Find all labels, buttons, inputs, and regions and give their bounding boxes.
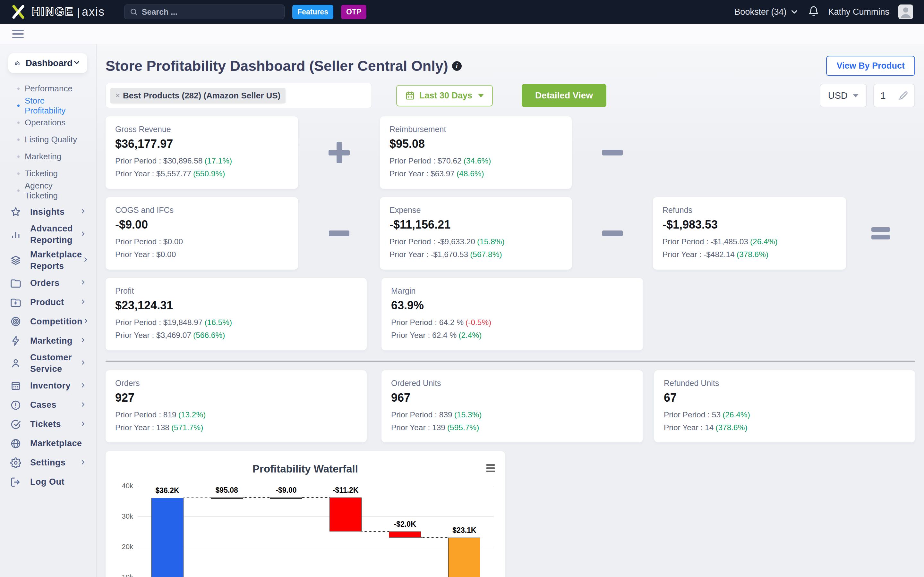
currency-select[interactable]: USD — [820, 84, 867, 107]
minus-icon — [602, 230, 623, 236]
chevron-right-icon — [79, 459, 86, 467]
bullet-icon — [17, 105, 19, 107]
waterfall-bar-profit[interactable] — [448, 538, 480, 577]
sidebar-item-marketing[interactable]: Marketing — [8, 331, 87, 350]
waterfall-connector — [243, 497, 270, 498]
brand-wordmark: HINGE | axis — [31, 5, 105, 19]
minus-operator — [572, 116, 653, 189]
sidebar-item-settings[interactable]: Settings — [8, 453, 87, 472]
store-selector[interactable]: Bookster (34) — [734, 7, 799, 17]
brand-secondary: axis — [82, 5, 105, 19]
sidebar-item-listing-quality[interactable]: Listing Quality — [8, 131, 87, 148]
minus-icon — [602, 150, 623, 155]
sidebar-item-marketplace-reports[interactable]: Marketplace Reports — [8, 247, 87, 274]
view-by-product-button[interactable]: View By Product — [826, 56, 915, 76]
multiplier-field[interactable]: 1 — [873, 84, 915, 107]
check-circle-icon — [10, 419, 23, 430]
sidebar-toggle-menu-icon[interactable] — [12, 30, 24, 38]
gridline — [137, 516, 494, 517]
waterfall-bar-revenue[interactable] — [152, 498, 184, 577]
sidebar-item-ticketing[interactable]: Ticketing — [8, 165, 87, 182]
globe-icon — [10, 438, 23, 449]
info-icon[interactable]: i — [452, 61, 462, 71]
waterfall-bar-expense[interactable] — [330, 498, 362, 532]
waterfall-bar-reimbursement[interactable] — [211, 498, 243, 499]
y-tick-label: 10k — [122, 573, 133, 577]
chevron-right-icon — [79, 279, 86, 287]
notifications-button[interactable] — [808, 6, 819, 18]
minus-icon — [329, 230, 349, 236]
minus-operator — [298, 197, 380, 269]
sidebar-item-operations[interactable]: Operations — [8, 114, 87, 131]
content: Dashboard Performance Store Profitabilit… — [0, 44, 924, 577]
detailed-view-button[interactable]: Detailed View — [522, 84, 606, 107]
features-badge[interactable]: Features — [292, 5, 333, 19]
metric-card-refunds: Refunds -$1,983.53 Prior Period : -$1,48… — [653, 197, 846, 269]
topbar-right: Bookster (34) Kathy Cummins — [734, 5, 913, 19]
metric-card-profit: Profit $23,124.31 Prior Period : $19,848… — [105, 278, 367, 350]
page-title: Store Profitability Dashboard (Seller Ce… — [105, 58, 448, 74]
metric-card-gross-revenue: Gross Revenue $36,177.97 Prior Period : … — [105, 116, 298, 189]
waterfall-connector — [302, 497, 330, 498]
chart-context-menu-icon[interactable] — [486, 464, 495, 472]
metric-card-ordered-units: Ordered Units 967 Prior Period : 839(15.… — [381, 370, 643, 443]
otp-badge[interactable]: OTP — [341, 5, 367, 19]
sidebar-item-log-out[interactable]: Log Out — [8, 472, 87, 492]
sidebar-item-store-profitability[interactable]: Store Profitability — [8, 97, 87, 114]
bullet-icon — [17, 87, 19, 90]
chevron-right-icon — [79, 208, 86, 216]
sidebar-item-agency-ticketing[interactable]: Agency Ticketing — [8, 182, 87, 199]
minus-operator — [572, 197, 653, 269]
bar-data-label: -$2.0K — [375, 520, 435, 529]
section-divider — [105, 361, 915, 362]
chart-y-axis: 40k30k20k10k0 — [115, 486, 133, 577]
sidebar-item-orders[interactable]: Orders — [8, 274, 87, 293]
waterfall-connector — [184, 498, 211, 498]
currency-label: USD — [828, 90, 848, 101]
sidebar-item-marketplace[interactable]: Marketplace — [8, 434, 87, 453]
sidebar-item-cases[interactable]: Cases — [8, 396, 87, 415]
y-tick-label: 30k — [122, 512, 133, 521]
calendar-icon — [405, 91, 415, 100]
metric-card-expense: Expense -$11,156.21 Prior Period : -$9,6… — [380, 197, 572, 269]
plus-operator — [298, 116, 380, 189]
sidebar-item-advanced-reporting[interactable]: Advanced Reporting — [8, 221, 87, 247]
sidebar-item-customer-service[interactable]: Customer Service — [8, 350, 87, 376]
date-range-button[interactable]: Last 30 Days — [396, 85, 493, 106]
chip-remove-icon[interactable]: × — [115, 91, 120, 100]
sidebar-item-dashboard[interactable]: Dashboard — [8, 53, 87, 73]
chevron-down-icon — [790, 7, 799, 17]
sidebar-item-performance[interactable]: Performance — [8, 80, 87, 97]
waterfall-bar-cogs-and-ifc[interactable] — [270, 498, 302, 499]
waterfall-bar-refunds[interactable] — [389, 532, 421, 538]
equals-icon — [871, 227, 890, 239]
sidebar-item-marketing-sub[interactable]: Marketing — [8, 148, 87, 165]
folder-plus-icon — [10, 297, 23, 308]
brand-pipe: | — [77, 6, 80, 18]
sidebar-item-inventory[interactable]: Inventory — [8, 376, 87, 396]
pencil-icon[interactable] — [899, 91, 908, 100]
sidebar-item-competition[interactable]: Competition — [8, 312, 87, 331]
sidebar-item-insights[interactable]: Insights — [8, 202, 87, 221]
metric-card-refunded-units: Refunded Units 67 Prior Period : 53(26.4… — [654, 370, 915, 443]
avatar[interactable] — [898, 5, 913, 19]
product-filter-select[interactable]: × Best Products (282) (Amazon Seller US) — [105, 83, 372, 108]
plus-icon — [328, 142, 350, 163]
bar-data-label: $95.08 — [197, 486, 256, 495]
layers-icon — [10, 255, 23, 266]
bullet-icon — [17, 139, 19, 141]
search-input[interactable] — [142, 7, 279, 17]
sidebar-item-product[interactable]: Product — [8, 293, 87, 312]
chip-label: Best Products (282) (Amazon Seller US) — [123, 91, 280, 101]
global-search[interactable] — [124, 5, 284, 19]
alert-circle-icon — [10, 400, 23, 411]
bar-data-label: $36.2K — [137, 486, 197, 495]
bullet-icon — [17, 189, 19, 192]
main: Store Profitability Dashboard (Seller Ce… — [97, 44, 924, 577]
waterfall-chart-card: Profitability Waterfall 40k30k20k10k0 $3… — [105, 451, 505, 577]
target-icon — [10, 316, 23, 327]
chevron-right-icon — [79, 401, 86, 409]
chevron-right-icon — [82, 318, 89, 326]
secondary-bar — [0, 24, 924, 44]
sidebar-item-tickets[interactable]: Tickets — [8, 415, 87, 434]
